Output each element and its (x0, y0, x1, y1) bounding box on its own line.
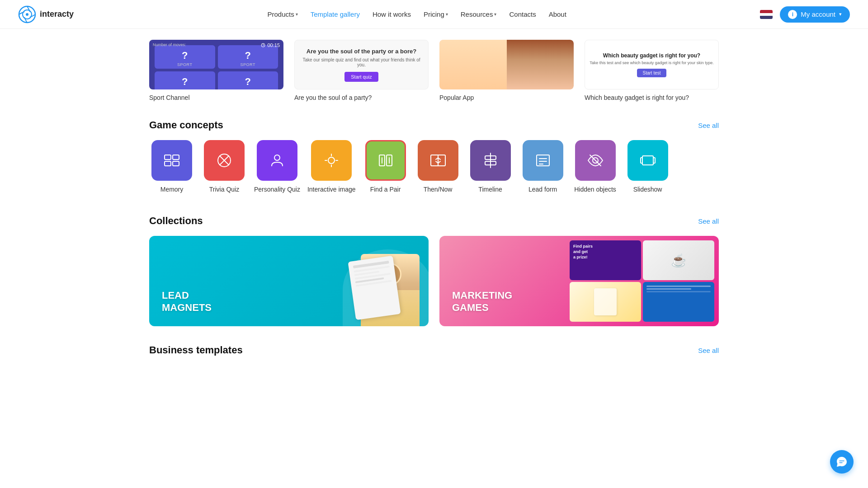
party-start-button[interactable]: Start quiz (344, 72, 378, 82)
svg-rect-7 (173, 155, 179, 160)
business-templates-section: Business templates See all (149, 344, 719, 383)
logo[interactable]: interacty (18, 5, 74, 23)
nav-how-it-works[interactable]: How it works (373, 10, 411, 18)
slideshow-label: Slideshow (633, 185, 662, 193)
game-concept-interactive[interactable]: Interactive image (307, 140, 356, 193)
chevron-down-icon: ▾ (446, 12, 448, 17)
game-concept-leadform[interactable]: Lead form (520, 140, 566, 193)
account-icon: i (788, 10, 797, 19)
navigation: interacty Products ▾ Template gallery Ho… (0, 0, 868, 29)
collection-marketing-games[interactable]: MARKETINGGAMES Find pairsand geta prize!… (439, 236, 719, 326)
memory-icon-bg (151, 140, 192, 181)
sport-card-image: Number of moves: 00:15 ? SPORT ? SPORT ?… (149, 40, 283, 89)
beauty-quiz-title: Which beauty gadget is right for you? (603, 52, 700, 59)
lead-photo (352, 249, 420, 326)
collection-lead-magnets[interactable]: LEADMAGNETS (149, 236, 429, 326)
moves-label: Number of moves: (153, 42, 186, 47)
game-concept-memory[interactable]: Memory (149, 140, 194, 193)
nav-template-gallery[interactable]: Template gallery (311, 10, 360, 18)
nav-links: Products ▾ Template gallery How it works… (267, 10, 566, 18)
sport-tile-2: ? SPORT (218, 45, 278, 69)
mkt-cell-3 (570, 282, 641, 322)
party-quiz-title: Are you the soul of the party or a bore? (307, 48, 416, 55)
trivia-label: Trivia Quiz (209, 185, 239, 193)
lead-decoration (275, 236, 429, 326)
chevron-down-icon: ▾ (839, 11, 842, 17)
sport-tile-4: ? SPORT (218, 71, 278, 89)
main-content: Number of moves: 00:15 ? SPORT ? SPORT ?… (131, 29, 737, 383)
svg-rect-9 (173, 161, 179, 166)
mkt-cell-4 (643, 282, 714, 322)
personality-icon-bg (257, 140, 297, 181)
game-concept-thennow[interactable]: Then/Now (415, 140, 461, 193)
face-right (507, 40, 574, 89)
collections-see-all[interactable]: See all (698, 217, 719, 225)
game-concepts-title: Game concepts (149, 119, 223, 131)
party-quiz-subtitle: Take our simple quiz and find out what y… (300, 57, 423, 67)
game-concept-trivia[interactable]: Trivia Quiz (202, 140, 247, 193)
svg-rect-30 (642, 156, 653, 165)
game-concepts-section: Game concepts See all Memory (149, 119, 719, 197)
beauty-start-button[interactable]: Start test (637, 69, 666, 77)
findpair-icon (377, 151, 395, 169)
chevron-down-icon: ▾ (296, 12, 298, 17)
svg-point-14 (328, 157, 335, 164)
trivia-icon (215, 151, 233, 169)
collections-title: Collections (149, 215, 203, 227)
collections-grid: LEADMAGNETS (149, 236, 719, 326)
sport-card-label: Sport Channel (149, 94, 283, 101)
game-concept-slideshow[interactable]: Slideshow (625, 140, 670, 193)
svg-rect-31 (641, 158, 642, 163)
business-templates-title: Business templates (149, 344, 243, 356)
nav-resources[interactable]: Resources ▾ (461, 10, 497, 18)
leadform-icon-bg (523, 140, 563, 181)
top-cards-section: Number of moves: 00:15 ? SPORT ? SPORT ?… (149, 29, 719, 116)
party-card-image: Are you the soul of the party or a bore?… (294, 40, 429, 89)
slideshow-icon (639, 151, 657, 169)
marketing-games-label: MARKETINGGAMES (452, 290, 512, 314)
hidden-label: Hidden objects (574, 185, 616, 193)
sport-tile-1: ? SPORT (155, 45, 215, 69)
svg-rect-8 (165, 161, 171, 166)
timeline-icon (481, 151, 500, 169)
game-concept-timeline[interactable]: Timeline (468, 140, 513, 193)
thennow-label: Then/Now (424, 185, 453, 193)
findpair-icon-bg (365, 140, 406, 181)
top-card-app[interactable]: Popular App (439, 40, 574, 101)
business-templates-header: Business templates See all (149, 344, 719, 356)
game-concept-hidden[interactable]: Hidden objects (573, 140, 618, 193)
chevron-down-icon: ▾ (494, 12, 496, 17)
beauty-card-label: Which beauty gadget is right for you? (585, 94, 719, 101)
beauty-quiz-subtitle: Take this test and see which beauty gadg… (590, 61, 714, 65)
timeline-icon-bg (470, 140, 511, 181)
my-account-button[interactable]: i My account ▾ (780, 6, 850, 23)
findpair-label: Find a Pair (370, 185, 401, 193)
slideshow-icon-bg (627, 140, 668, 181)
leadform-label: Lead form (528, 185, 557, 193)
collections-header: Collections See all (149, 215, 719, 227)
svg-point-2 (26, 13, 28, 16)
thennow-icon (429, 151, 447, 169)
nav-products[interactable]: Products ▾ (267, 10, 297, 18)
game-concept-findpair[interactable]: Find a Pair (363, 140, 408, 193)
app-image-placeholder (439, 40, 574, 89)
nav-pricing[interactable]: Pricing ▾ (424, 10, 448, 18)
memory-icon (163, 151, 181, 169)
nav-right: i My account ▾ (760, 6, 850, 23)
marketing-collage: Find pairsand geta prize! ☕ (565, 236, 719, 326)
top-card-sport[interactable]: Number of moves: 00:15 ? SPORT ? SPORT ?… (149, 40, 283, 101)
coffee-icon: ☕ (671, 253, 687, 268)
mkt-cell-2: ☕ (643, 240, 714, 280)
lead-document (348, 256, 401, 320)
logo-text: interacty (40, 9, 74, 19)
collections-section: Collections See all LEADMAGNETS (149, 215, 719, 326)
game-concept-personality[interactable]: Personality Quiz (254, 140, 300, 193)
top-card-beauty[interactable]: Which beauty gadget is right for you? Ta… (585, 40, 719, 101)
language-flag[interactable] (760, 10, 773, 19)
nav-contacts[interactable]: Contacts (509, 10, 536, 18)
business-templates-see-all[interactable]: See all (698, 347, 719, 354)
game-concepts-see-all[interactable]: See all (698, 122, 719, 129)
trivia-icon-bg (204, 140, 245, 181)
nav-about[interactable]: About (549, 10, 566, 18)
top-card-party[interactable]: Are you the soul of the party or a bore?… (294, 40, 429, 101)
